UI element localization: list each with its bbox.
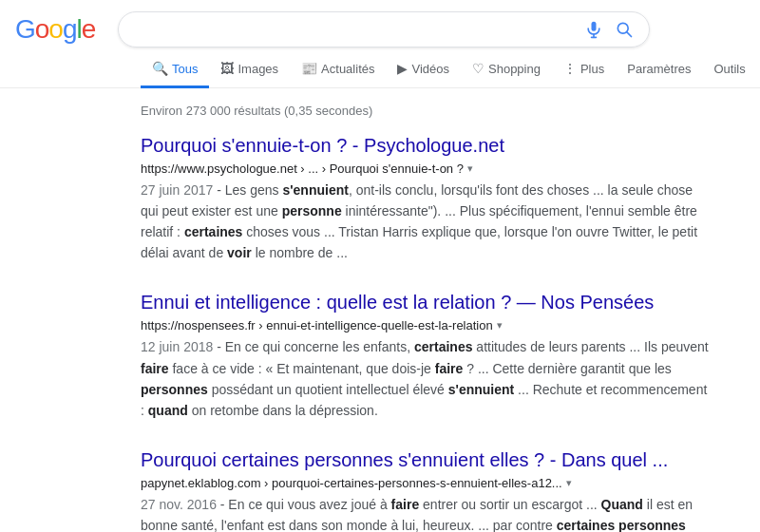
tab-tous-label: Tous xyxy=(172,62,198,76)
tab-actualites[interactable]: 📰 Actualités xyxy=(290,51,386,88)
tab-outils[interactable]: Outils xyxy=(702,52,756,88)
nav-tabs: 🔍 Tous 🖼 Images 📰 Actualités ▶ Vidéos ♡ … xyxy=(0,48,760,88)
tab-videos-label: Vidéos xyxy=(411,62,449,76)
search-submit-icon[interactable] xyxy=(615,20,634,39)
videos-icon: ▶ xyxy=(397,61,408,76)
tab-outils-label: Outils xyxy=(713,62,745,76)
mic-icon[interactable] xyxy=(584,20,603,39)
images-icon: 🖼 xyxy=(220,61,234,76)
result-url: https://nospensees.fr › ennui-et-intelli… xyxy=(141,318,711,332)
tab-actualites-label: Actualités xyxy=(321,62,374,76)
search-input[interactable]: Que faire quand certaines personnes s'en… xyxy=(134,21,573,38)
tab-videos[interactable]: ▶ Vidéos xyxy=(386,51,461,88)
search-result: Ennui et intelligence : quelle est la re… xyxy=(141,290,711,420)
results-area: Environ 273 000 résultats (0,35 secondes… xyxy=(0,88,760,532)
search-result: Pourquoi certaines personnes s'ennuient … xyxy=(141,447,711,532)
result-title[interactable]: Ennui et intelligence : quelle est la re… xyxy=(141,290,711,314)
shopping-icon: ♡ xyxy=(472,61,484,76)
tab-tous[interactable]: 🔍 Tous xyxy=(141,51,209,88)
tab-parametres[interactable]: Paramètres xyxy=(616,52,702,88)
result-url-dropdown-icon[interactable]: ▾ xyxy=(497,319,503,332)
tab-shopping-label: Shopping xyxy=(488,62,541,76)
result-url: https://www.psychologue.net › ... › Pour… xyxy=(141,162,711,176)
tab-images[interactable]: 🖼 Images xyxy=(209,51,290,88)
svg-line-4 xyxy=(627,32,632,37)
result-title[interactable]: Pourquoi s'ennuie-t-on ? - Psychologue.n… xyxy=(141,133,711,158)
result-date: 27 juin 2017 xyxy=(141,182,213,198)
result-title[interactable]: Pourquoi certaines personnes s'ennuient … xyxy=(141,447,711,472)
tab-parametres-label: Paramètres xyxy=(627,62,691,76)
actualites-icon: 📰 xyxy=(301,61,317,76)
result-url-text: papynet.eklablog.com › pourquoi-certaine… xyxy=(141,476,562,490)
result-url: papynet.eklablog.com › pourquoi-certaine… xyxy=(141,476,711,490)
google-logo[interactable]: Google xyxy=(15,14,95,45)
tous-icon: 🔍 xyxy=(152,61,168,76)
search-bar[interactable]: Que faire quand certaines personnes s'en… xyxy=(118,11,650,48)
tab-plus-label: Plus xyxy=(580,62,604,76)
results-count: Environ 273 000 résultats (0,35 secondes… xyxy=(141,96,745,133)
result-url-dropdown-icon[interactable]: ▾ xyxy=(566,477,572,489)
result-date: 27 nov. 2016 xyxy=(141,497,217,512)
search-result: Pourquoi s'ennuie-t-on ? - Psychologue.n… xyxy=(141,133,711,263)
svg-rect-0 xyxy=(592,22,597,31)
result-snippet: 27 juin 2017 - Les gens s'ennuient, ont-… xyxy=(141,180,711,263)
result-url-text: https://www.psychologue.net › ... › Pour… xyxy=(141,162,464,176)
result-snippet: 27 nov. 2016 - En ce qui vous avez joué … xyxy=(141,494,711,532)
search-icons xyxy=(584,20,634,39)
tab-plus[interactable]: ⋮ Plus xyxy=(552,51,616,88)
tab-images-label: Images xyxy=(238,62,278,76)
result-url-text: https://nospensees.fr › ennui-et-intelli… xyxy=(141,318,493,332)
header: Google Que faire quand certaines personn… xyxy=(0,0,760,48)
tab-shopping[interactable]: ♡ Shopping xyxy=(461,51,552,88)
result-snippet: 12 juin 2018 - En ce qui concerne les en… xyxy=(141,336,711,420)
result-url-dropdown-icon[interactable]: ▾ xyxy=(467,162,473,175)
result-date: 12 juin 2018 xyxy=(141,339,213,354)
plus-icon: ⋮ xyxy=(563,61,577,76)
